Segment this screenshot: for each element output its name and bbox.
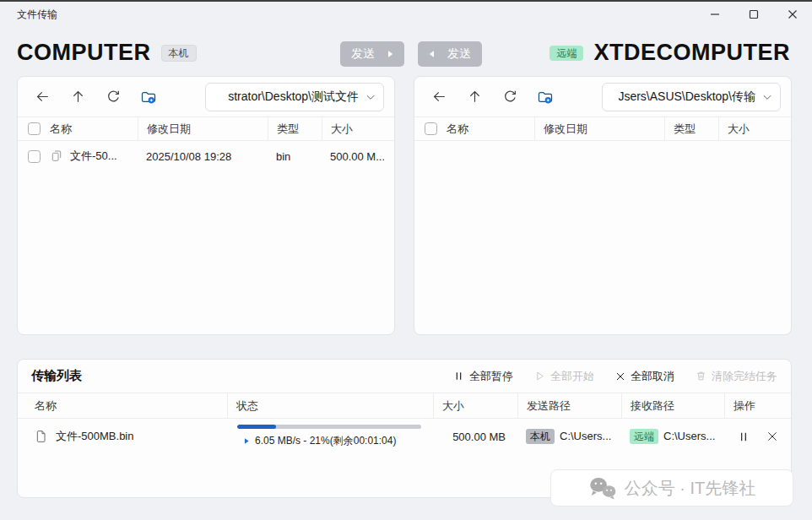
refresh-button[interactable]: [99, 84, 127, 111]
transfer-column-header: 名称 状态 大小 发送路径 接收路径 操作: [18, 393, 791, 419]
watermark-text: 公众号 · IT先锋社: [625, 477, 756, 500]
local-badge: 本机: [161, 45, 197, 62]
chevron-down-icon: [365, 91, 376, 103]
new-folder-button[interactable]: [531, 84, 560, 111]
new-folder-icon: [140, 89, 157, 106]
refresh-icon: [106, 89, 122, 105]
file-type: bin: [268, 150, 322, 163]
transferring-arrow-icon: [237, 436, 250, 447]
task-size: 500.00 MB: [433, 431, 517, 443]
watermark: 公众号 · IT先锋社: [550, 469, 793, 506]
local-browser-toolbar: strator\Desktop\测试文件: [18, 77, 394, 116]
local-file-browser: strator\Desktop\测试文件 名称 修改日期 类型 大小 文件-50…: [17, 76, 395, 335]
progress-fill: [237, 425, 276, 429]
file-name: 文件-50...: [70, 149, 117, 164]
column-recv-path: 接收路径: [621, 393, 724, 418]
back-button[interactable]: [28, 84, 57, 111]
column-size: 大小: [433, 393, 517, 418]
new-folder-button[interactable]: [134, 84, 163, 111]
send-origin-badge: 本机: [526, 429, 555, 444]
progress-bar: [237, 425, 421, 429]
up-button[interactable]: [63, 84, 92, 111]
pause-icon: [453, 371, 464, 382]
title-bar: 文件传输: [0, 2, 812, 27]
task-recv-path-cell: 远端 C:\Users...: [621, 429, 724, 444]
local-browser-column-header: 名称 修改日期 类型 大小: [18, 116, 394, 141]
pause-icon: [738, 431, 750, 443]
start-all-button[interactable]: 全部开始: [534, 369, 594, 384]
column-send-path: 发送路径: [517, 393, 621, 418]
play-icon: [534, 371, 545, 382]
start-all-label: 全部开始: [550, 369, 594, 384]
column-type[interactable]: 类型: [268, 117, 322, 140]
refresh-icon: [502, 89, 518, 105]
remote-computer-name: XTDECOMPUTER: [593, 40, 790, 66]
file-size: 500.00 M...: [322, 150, 384, 163]
local-peer-header: COMPUTER 本机: [17, 40, 197, 66]
arrow-right-icon: [381, 48, 393, 60]
column-name[interactable]: 名称: [447, 122, 534, 137]
remote-file-browser: Jsers\ASUS\Desktop\传输 名称 修改日期 类型 大小: [414, 76, 792, 335]
cancel-all-button[interactable]: 全部取消: [615, 369, 674, 384]
column-name[interactable]: 名称: [50, 122, 138, 137]
remote-path-dropdown[interactable]: Jsers\ASUS\Desktop\传输: [602, 83, 781, 111]
back-icon: [35, 89, 51, 105]
column-actions: 操作: [724, 393, 782, 418]
send-to-local-label: 发送: [447, 46, 471, 62]
clear-finished-label: 清除完结任务: [712, 369, 777, 384]
minimize-icon: [710, 9, 720, 19]
select-all-checkbox[interactable]: [28, 122, 41, 135]
task-actions-cell: [724, 429, 782, 445]
file-modified: 2025/10/08 19:28: [138, 141, 268, 171]
task-send-path-cell: 本机 C:\Users...: [517, 429, 621, 444]
new-folder-icon: [537, 89, 554, 106]
up-button[interactable]: [460, 84, 489, 111]
local-path-dropdown[interactable]: strator\Desktop\测试文件: [205, 83, 384, 111]
remote-browser-toolbar: Jsers\ASUS\Desktop\传输: [414, 77, 791, 116]
up-icon: [70, 89, 86, 105]
column-status: 状态: [227, 393, 433, 418]
task-cancel-button[interactable]: [765, 429, 780, 444]
column-name: 名称: [26, 393, 227, 418]
window-title: 文件传输: [17, 8, 57, 22]
local-path-value: strator\Desktop\测试文件: [214, 89, 359, 105]
select-all-checkbox[interactable]: [425, 122, 437, 135]
column-size[interactable]: 大小: [718, 117, 781, 140]
column-modified[interactable]: 修改日期: [534, 117, 664, 140]
up-icon: [467, 89, 483, 105]
send-to-remote-label: 发送: [351, 46, 375, 62]
task-file-name: 文件-500MB.bin: [56, 429, 133, 444]
remote-browser-column-header: 名称 修改日期 类型 大小: [414, 116, 791, 141]
minimize-button[interactable]: [696, 2, 734, 27]
pause-all-label: 全部暂停: [469, 369, 513, 384]
recv-origin-badge: 远端: [630, 429, 658, 444]
task-recv-path: C:\Users...: [663, 430, 715, 442]
column-type[interactable]: 类型: [664, 117, 718, 140]
close-icon: [788, 9, 798, 19]
transfer-task-row: 文件-500MB.bin 6.05 MB/s - 21%(剩余00:01:04)…: [18, 419, 791, 454]
task-send-path: C:\Users...: [560, 430, 611, 442]
file-checkbox[interactable]: [28, 150, 41, 163]
close-icon: [766, 431, 778, 442]
back-button[interactable]: [425, 84, 453, 111]
send-to-remote-button[interactable]: 发送: [340, 41, 404, 67]
clear-finished-button[interactable]: 清除完结任务: [696, 369, 777, 384]
pause-all-button[interactable]: 全部暂停: [453, 369, 513, 384]
task-pause-button[interactable]: [736, 429, 751, 445]
send-to-local-button[interactable]: 发送: [418, 41, 482, 67]
close-button[interactable]: [773, 2, 812, 27]
close-icon: [615, 371, 625, 382]
arrow-left-icon: [429, 48, 441, 60]
transfer-header: 传输列表 全部暂停 全部开始 全部取消 清除完结任务: [18, 360, 791, 393]
chevron-down-icon: [761, 91, 773, 103]
maximize-icon: [749, 9, 759, 19]
column-size[interactable]: 大小: [322, 117, 384, 140]
refresh-button[interactable]: [495, 84, 524, 111]
column-modified[interactable]: 修改日期: [138, 117, 268, 140]
local-computer-name: COMPUTER: [17, 40, 151, 66]
file-row[interactable]: 文件-50... 2025/10/08 19:28 bin 500.00 M..…: [18, 141, 394, 171]
remote-badge: 远端: [549, 46, 583, 61]
maximize-button[interactable]: [734, 2, 773, 27]
window-controls: [696, 2, 812, 27]
remote-path-value: Jsers\ASUS\Desktop\传输: [611, 89, 755, 105]
